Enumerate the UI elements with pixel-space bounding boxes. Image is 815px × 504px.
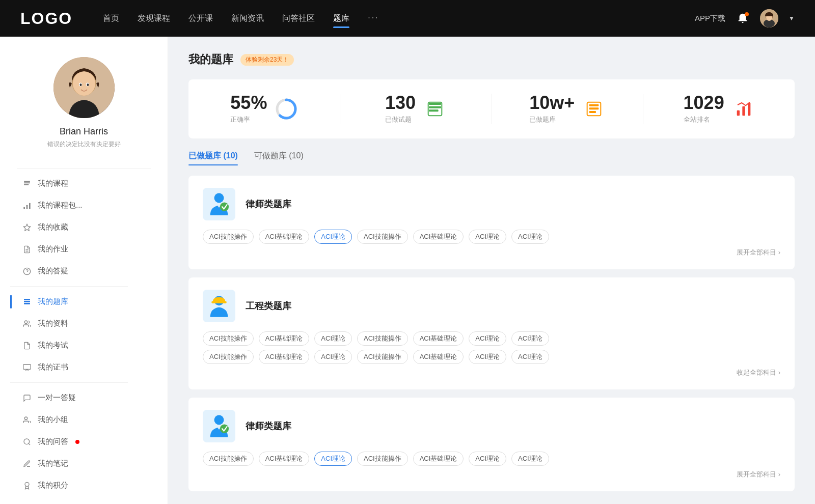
- svg-point-10: [79, 83, 82, 86]
- tag-2-14[interactable]: ACI理论: [511, 350, 549, 364]
- logo[interactable]: LOGO: [20, 9, 72, 28]
- tag-1-6[interactable]: ACI理论: [469, 230, 506, 244]
- accuracy-value: 55%: [230, 94, 267, 112]
- bank-card-3-expand[interactable]: 展开全部科目 ›: [203, 470, 780, 479]
- points-icon: [22, 481, 32, 490]
- certificates-icon: [22, 363, 32, 372]
- svg-rect-41: [589, 111, 596, 113]
- svg-rect-24: [24, 301, 30, 302]
- sidebar-label-answers: 我的答疑: [38, 266, 68, 276]
- lawyer-icon-2: [203, 410, 235, 442]
- nav-qa[interactable]: 问答社区: [282, 11, 315, 26]
- groups-icon: [22, 415, 32, 425]
- svg-point-31: [25, 482, 29, 486]
- tag-3-6[interactable]: ACI理论: [469, 452, 506, 466]
- tag-2-10[interactable]: ACI理论: [314, 350, 352, 364]
- svg-rect-48: [211, 301, 226, 303]
- notification-bell[interactable]: [736, 11, 750, 25]
- bank-card-2-header: 工程类题库: [203, 290, 780, 322]
- accuracy-icon: [275, 98, 297, 120]
- sidebar-item-my-qa[interactable]: 我的问答: [10, 431, 157, 453]
- bank-card-2-collapse[interactable]: 收起全部科目 ›: [203, 368, 780, 377]
- tag-3-5[interactable]: ACI基础理论: [413, 452, 464, 466]
- tag-1-5[interactable]: ACI基础理论: [413, 230, 464, 244]
- svg-rect-25: [24, 303, 30, 304]
- sidebar-item-course-package[interactable]: 我的课程包...: [10, 194, 157, 216]
- svg-rect-13: [24, 182, 30, 183]
- main-layout: Brian Harris 错误的决定比没有决定要好 我的课程 我的课程包...: [0, 37, 815, 504]
- tag-2-11[interactable]: ACI技能操作: [357, 350, 408, 364]
- sidebar-label-my-courses: 我的课程: [38, 179, 68, 188]
- app-download-link[interactable]: APP下载: [695, 14, 725, 23]
- profile-motto: 错误的决定比没有决定要好: [47, 140, 121, 149]
- tag-3-7[interactable]: ACI理论: [511, 452, 549, 466]
- sidebar-item-notes[interactable]: 我的笔记: [10, 453, 157, 474]
- sidebar-item-groups[interactable]: 我的小组: [10, 409, 157, 431]
- nav-open-course[interactable]: 公开课: [188, 11, 213, 26]
- tag-2-1[interactable]: ACI技能操作: [203, 331, 254, 346]
- tag-2-9[interactable]: ACI基础理论: [259, 350, 310, 364]
- bank-card-3-header: 律师类题库: [203, 410, 780, 442]
- tab-done-banks[interactable]: 已做题库 (10): [188, 151, 238, 165]
- tag-2-4[interactable]: ACI技能操作: [357, 331, 408, 346]
- ranking-icon: [732, 98, 755, 120]
- bank-card-3-title: 律师类题库: [246, 420, 291, 432]
- bank-card-1-expand[interactable]: 展开全部科目 ›: [203, 248, 780, 257]
- svg-point-29: [24, 439, 30, 444]
- bank-card-2-tags-row1: ACI技能操作 ACI基础理论 ACI理论 ACI技能操作 ACI基础理论 AC…: [203, 331, 780, 346]
- tab-available-banks[interactable]: 可做题库 (10): [254, 151, 304, 165]
- tag-2-8[interactable]: ACI技能操作: [203, 350, 254, 364]
- profile-name: Brian Harris: [60, 126, 108, 137]
- tag-2-2[interactable]: ACI基础理论: [259, 331, 310, 346]
- nav-more[interactable]: ···: [368, 11, 379, 26]
- tag-3-1[interactable]: ACI技能操作: [203, 452, 254, 466]
- tag-2-6[interactable]: ACI理论: [469, 331, 506, 346]
- svg-rect-34: [429, 103, 441, 105]
- sidebar-item-certificates[interactable]: 我的证书: [10, 356, 157, 378]
- main-content: 我的题库 体验剩余23天！ 55% 正确率: [168, 37, 815, 504]
- tag-1-7[interactable]: ACI理论: [511, 230, 549, 244]
- sidebar-label-course-package: 我的课程包...: [38, 201, 83, 210]
- bank-card-3-tags: ACI技能操作 ACI基础理论 ACI理论 ACI技能操作 ACI基础理论 AC…: [203, 452, 780, 466]
- svg-rect-14: [24, 184, 29, 185]
- sidebar-label-homework: 我的作业: [38, 244, 68, 254]
- engineer-icon: [203, 290, 235, 322]
- sidebar-item-my-courses[interactable]: 我的课程: [10, 173, 157, 194]
- done-questions-value: 130: [385, 94, 416, 112]
- nav-home[interactable]: 首页: [103, 11, 119, 26]
- avatar-chevron[interactable]: ▼: [789, 15, 795, 22]
- tag-2-5[interactable]: ACI基础理论: [413, 331, 464, 346]
- navbar: LOGO 首页 发现课程 公开课 新闻资讯 问答社区 题库 ··· APP下载: [0, 0, 815, 37]
- svg-rect-12: [24, 181, 30, 182]
- sidebar-label-my-qa: 我的问答: [38, 437, 68, 446]
- nav-discover[interactable]: 发现课程: [138, 11, 170, 26]
- tag-2-13[interactable]: ACI理论: [469, 350, 506, 364]
- ranking-value: 1029: [684, 94, 724, 112]
- tag-1-3[interactable]: ACI理论: [314, 230, 352, 244]
- sidebar-item-answers[interactable]: 我的答疑: [10, 260, 157, 282]
- nav-question-bank[interactable]: 题库: [333, 11, 349, 26]
- sidebar-item-one-on-one[interactable]: 一对一答疑: [10, 387, 157, 409]
- tag-2-7[interactable]: ACI理论: [511, 331, 549, 346]
- sidebar-item-favorites[interactable]: 我的收藏: [10, 216, 157, 238]
- tag-1-1[interactable]: ACI技能操作: [203, 230, 254, 244]
- tag-3-2[interactable]: ACI基础理论: [259, 452, 310, 466]
- avatar[interactable]: [760, 9, 778, 27]
- svg-point-11: [87, 83, 89, 86]
- stats-card: 55% 正确率 130 已做试题: [188, 79, 795, 138]
- tag-3-3[interactable]: ACI理论: [314, 452, 352, 466]
- tag-2-3[interactable]: ACI理论: [314, 331, 352, 346]
- question-bank-icon: [22, 297, 32, 306]
- tag-1-4[interactable]: ACI技能操作: [357, 230, 408, 244]
- tag-2-12[interactable]: ACI基础理论: [413, 350, 464, 364]
- sidebar-item-question-bank[interactable]: 我的题库: [10, 291, 157, 313]
- sidebar-item-materials[interactable]: 我的资料: [10, 313, 157, 334]
- sidebar-item-exams[interactable]: 我的考试: [10, 334, 157, 356]
- nav-right: APP下载 ▼: [695, 9, 795, 27]
- sidebar-item-homework[interactable]: 我的作业: [10, 238, 157, 260]
- tag-3-4[interactable]: ACI技能操作: [357, 452, 408, 466]
- tag-1-2[interactable]: ACI基础理论: [259, 230, 310, 244]
- sidebar-item-points[interactable]: 我的积分: [10, 474, 157, 496]
- my-courses-icon: [22, 179, 32, 188]
- nav-news[interactable]: 新闻资讯: [231, 11, 264, 26]
